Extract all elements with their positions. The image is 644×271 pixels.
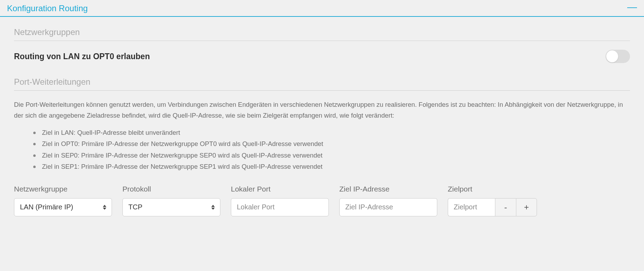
zielport-column: Zielport - + [448,185,537,216]
panel-header: Konfiguration Routing — [0,0,644,17]
list-item: Ziel in OPT0: Primäre IP-Adresse der Net… [33,138,630,150]
netzwerkgruppe-select[interactable]: LAN (Primäre IP) [14,198,112,216]
collapse-icon[interactable]: — [627,5,637,12]
list-item: Ziel in SEP0: Primäre IP-Adresse der Net… [33,150,630,161]
section-netzwerkgruppen-heading: Netzwerkgruppen [14,27,630,41]
port-forwarding-description: Die Port-Weiterleitungen können genutzt … [14,99,630,121]
add-row-button[interactable]: + [516,198,537,216]
netzwerkgruppe-value: LAN (Primäre IP) [20,203,73,211]
section-portweiterleitungen-heading: Port-Weiterleitungen [14,77,630,91]
protokoll-column: Protokoll TCP [122,185,220,216]
routing-toggle-label: Routing von LAN zu OPT0 erlauben [14,52,150,61]
zielport-label: Zielport [448,185,537,193]
zielport-group: - + [448,198,537,216]
lokaler-port-column: Lokaler Port [231,185,329,216]
toggle-knob [606,50,618,62]
ziel-ip-label: Ziel IP-Adresse [339,185,437,193]
protokoll-select[interactable]: TCP [122,198,220,216]
list-item: Ziel in LAN: Quell-IP-Adresse bleibt unv… [33,127,630,138]
routing-toggle-row: Routing von LAN zu OPT0 erlauben [14,50,630,63]
lokaler-port-input[interactable] [231,198,329,216]
port-forwarding-form-row: Netzwerkgruppe LAN (Primäre IP) Protokol… [14,185,630,216]
panel-body: Netzwerkgruppen Routing von LAN zu OPT0 … [0,17,644,227]
protokoll-select-wrap: TCP [122,198,220,216]
rules-list: Ziel in LAN: Quell-IP-Adresse bleibt unv… [14,127,630,173]
lokaler-port-label: Lokaler Port [231,185,329,193]
remove-row-button[interactable]: - [495,198,516,216]
protokoll-label: Protokoll [122,185,220,193]
ziel-ip-column: Ziel IP-Adresse [339,185,437,216]
routing-config-panel: Konfiguration Routing — Netzwerkgruppen … [0,0,644,227]
list-item: Ziel in SEP1: Primäre IP-Adresse der Net… [33,161,630,172]
routing-toggle[interactable] [606,50,630,63]
netzwerkgruppe-label: Netzwerkgruppe [14,185,112,193]
panel-title: Konfiguration Routing [7,4,88,13]
ziel-ip-input[interactable] [339,198,437,216]
netzwerkgruppe-select-wrap: LAN (Primäre IP) [14,198,112,216]
protokoll-value: TCP [128,203,142,211]
zielport-input[interactable] [448,198,495,216]
netzwerkgruppe-column: Netzwerkgruppe LAN (Primäre IP) [14,185,112,216]
